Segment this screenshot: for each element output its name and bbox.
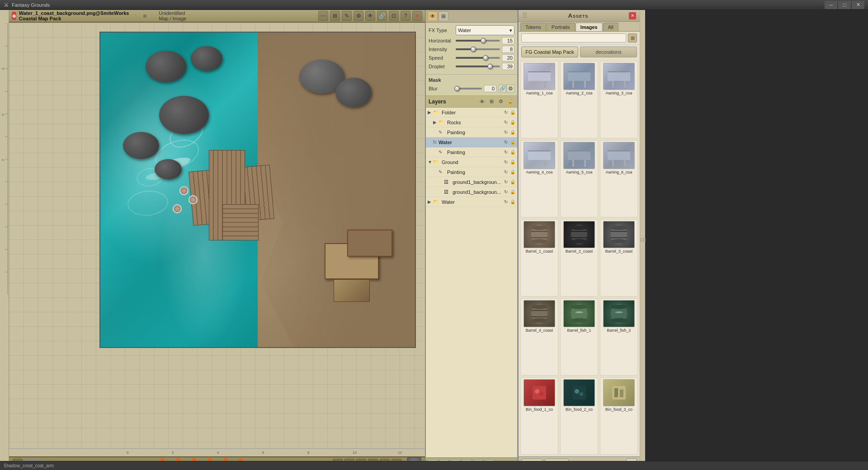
svg-point-52 (611, 239, 627, 244)
ruler-svg: -2 0 2 (0, 24, 9, 295)
assets-close-btn[interactable]: ✕ (629, 12, 636, 19)
asset-label-awning-2: Awning_2_coa (566, 91, 593, 95)
svg-point-68 (540, 392, 543, 396)
pack-coastal-btn[interactable]: FG Coastal Map Pack (521, 47, 578, 57)
toolbar-grid2-btn[interactable]: ⊡ (389, 11, 399, 21)
assets-resize-handle[interactable]: ⠿ (640, 10, 645, 470)
asset-barrel-3[interactable]: Barrel_3_coast (600, 219, 638, 296)
status-text: Shadow_creat_coat_arm (4, 463, 54, 468)
layers-header: Layers 👁 ⊞ ⚙ 🔒 (426, 96, 517, 108)
asset-barrel-4[interactable]: Barrel_4_coast (520, 298, 558, 376)
toolbar-link-btn[interactable]: 🔗 (377, 11, 387, 21)
assets-grip[interactable]: ⠿ (522, 11, 528, 20)
layer-painting-1[interactable]: ✎ Painting ↻ 🔒 (426, 127, 517, 137)
fx-type-row: FX Type Water ▾ (429, 25, 514, 35)
pack-deco-btn[interactable]: decorations (580, 47, 637, 57)
layers-settings-btn[interactable]: ⚙ (497, 98, 505, 106)
fx-eye-btn[interactable]: 👁 (428, 11, 438, 21)
left-ruler: -2 0 2 (0, 10, 9, 470)
toolbar-close-btn[interactable]: ✕ (412, 11, 422, 21)
fx-type-dropdown[interactable]: Water ▾ (456, 25, 514, 35)
asset-awning-6[interactable]: Awning_6_coa (600, 140, 638, 217)
asset-thumb-barrel-fish-1 (563, 300, 595, 327)
layers-lock-btn[interactable]: 🔒 (506, 98, 514, 106)
fx-intensity-slider[interactable] (456, 48, 500, 50)
toolbar-more-btn[interactable]: ⋯ (318, 11, 328, 21)
asset-barrel-1[interactable]: Barrel_1_coast (520, 219, 558, 296)
token-2[interactable] (189, 195, 198, 204)
minimize-button[interactable]: ─ (825, 1, 837, 9)
layer-fx-water[interactable]: fx Water ↻ 🔒 (426, 137, 517, 147)
asset-label-barrel-2: Barrel_2_coast (566, 249, 593, 254)
token-3[interactable] (173, 204, 182, 213)
layer-water-folder[interactable]: ▶ 📁 Water ↻ 🔒 (426, 197, 517, 207)
asset-awning-4[interactable]: Awning_4_coa (520, 140, 558, 217)
layers-visibility-btn[interactable]: 👁 (478, 98, 486, 106)
blur-slider[interactable] (456, 88, 482, 89)
map-image (99, 32, 416, 348)
fx-type-label: FX Type (429, 28, 456, 33)
svg-point-46 (571, 226, 587, 230)
mask-blur-row: Blur 0 🔗 ⚙ (429, 85, 514, 93)
asset-label-binfood-2: Bin_food_2_co (566, 407, 593, 412)
layer-painting-2[interactable]: ✎ Painting ↻ 🔒 (426, 147, 517, 157)
asset-binfood-1[interactable]: Bin_food_1_co (520, 377, 558, 455)
fx-type-section: FX Type Water ▾ Horizontal 15 (426, 23, 517, 75)
svg-rect-39 (624, 160, 626, 167)
asset-thumb-awning-1 (524, 63, 555, 90)
layer-ground1b[interactable]: 🖼 ground1_backgroun... ↻ 🔒 (426, 187, 517, 197)
toolbar-edit-btn[interactable]: ✎ (342, 11, 352, 21)
svg-rect-36 (608, 151, 630, 160)
map-container: ⊕ Water_1_coast_background.png@SmiteWork… (9, 10, 425, 470)
toolbar-grid-btn[interactable]: ⊞ (330, 11, 340, 21)
layer-folder[interactable]: ▶ 📁 Folder ↻ 🔒 (426, 108, 517, 118)
tab-portraits[interactable]: Portraits (547, 23, 575, 31)
toolbar-eye-btn[interactable]: 👁 (365, 11, 375, 21)
mask-settings-btn[interactable]: ⚙ (506, 85, 514, 93)
assets-title: Assets (528, 12, 629, 19)
tab-all[interactable]: All (603, 23, 618, 31)
svg-rect-28 (528, 151, 551, 160)
layers-grid-btn[interactable]: ⊞ (487, 98, 495, 106)
asset-awning-5[interactable]: Awning_5_coa (560, 140, 598, 217)
title-bar: ⚔ Fantasy Grounds ─ □ ✕ (0, 0, 868, 10)
assets-panel: ⠿ Assets ✕ Tokens Portraits Images All ⊞… (518, 10, 640, 470)
assets-search-input[interactable] (521, 33, 626, 42)
toolbar-question-btn[interactable]: ? (401, 11, 410, 21)
mask-link-btn[interactable]: 🔗 (498, 85, 506, 93)
asset-awning-2[interactable]: Awning_2_coa (560, 61, 598, 138)
fx-droplet-slider[interactable] (456, 66, 500, 67)
layer-painting-3[interactable]: ✎ Painting ↻ 🔒 (426, 167, 517, 177)
asset-binfood-3[interactable]: Bin_food_3_co (600, 377, 638, 455)
layer-ground[interactable]: ▼ 📁 Ground ↻ 🔒 (426, 157, 517, 167)
token-1[interactable] (179, 186, 189, 195)
asset-awning-3[interactable]: Awning_3_coa (600, 61, 638, 138)
rock-2 (191, 46, 222, 71)
bottom-ruler: 0 2 4 6 8 10 12 (9, 448, 425, 456)
assets-grid-toggle[interactable]: ⊞ (628, 33, 637, 42)
asset-binfood-2[interactable]: Bin_food_2_co (560, 377, 598, 455)
asset-barrel-2[interactable]: Barrel_2_coast (560, 219, 598, 296)
close-button[interactable]: ✕ (852, 1, 864, 9)
fx-speed-slider[interactable] (456, 57, 500, 59)
fx-horizontal-slider[interactable] (456, 40, 500, 42)
rock-7 (335, 78, 372, 107)
svg-rect-38 (612, 160, 614, 167)
svg-rect-19 (544, 81, 546, 88)
tab-images[interactable]: Images (576, 23, 603, 31)
asset-thumb-binfood-3 (603, 379, 635, 406)
maximize-button[interactable]: □ (838, 1, 851, 9)
layer-rocks[interactable]: ▶ 📁 Rocks ↻ 🔒 (426, 118, 517, 127)
asset-barrel-fish-1[interactable]: Barrel_fish_1 (560, 298, 598, 376)
fx-grid-btn[interactable]: ⊞ (439, 11, 448, 21)
toolbar-settings-btn[interactable]: ⚙ (354, 11, 363, 21)
asset-awning-1[interactable]: Awning_1_coa (520, 61, 558, 138)
tab-tokens[interactable]: Tokens (520, 23, 546, 31)
svg-rect-24 (608, 72, 630, 81)
layer-ground1a[interactable]: 🖼 ground1_backgroun... ↻ 🔒 (426, 177, 517, 187)
map-view[interactable]: 0 2 4 6 8 10 12 (9, 23, 425, 456)
svg-rect-31 (544, 160, 546, 167)
asset-barrel-fish-2[interactable]: Barrel_fish_2 (600, 298, 638, 376)
svg-rect-26 (612, 81, 614, 88)
svg-rect-72 (612, 386, 626, 400)
